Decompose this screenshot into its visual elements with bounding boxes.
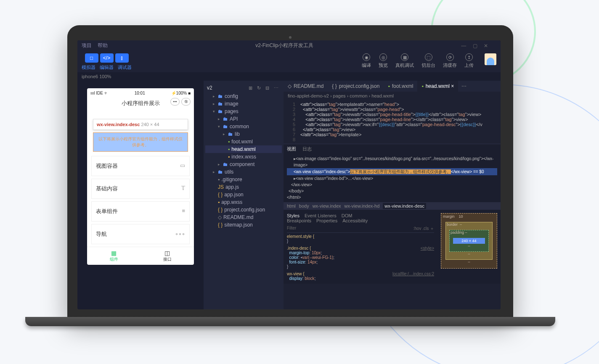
styles-filter[interactable]: Filter xyxy=(287,226,296,232)
tree-item-app-js[interactable]: JS app.js xyxy=(205,183,282,191)
file-explorer: v2 ⊞ ↻ ⊟ ⋯ ▸🖿 config▸🖿 image▾🖿 pages▸🖿 A… xyxy=(204,81,284,309)
mode-debugger-label: 调试器 xyxy=(118,64,132,71)
phone-page-title: 小程序组件展示 xyxy=(122,100,160,106)
list-icon: ≡ xyxy=(182,208,185,215)
phone-preview: ıııl IDE ᯤ 10:01 ⚡100% ■ 小程序组件展示 ••• ⦿ w… xyxy=(87,88,194,265)
editor-tabs: ◇ README.md{ } project.config.json▪ foot… xyxy=(284,81,501,92)
tree-item-foot-wxml[interactable]: ▪ foot.wxml xyxy=(205,138,282,145)
action-preview[interactable]: ◎预览 xyxy=(379,53,388,69)
dom-node[interactable]: ▸<wx-image class="index-logo" src="../re… xyxy=(287,156,497,168)
tree-item--gitignore[interactable]: ▪ .gitignore xyxy=(205,176,282,183)
inspector-tab-view[interactable]: 视图 xyxy=(287,146,296,151)
camera-dot xyxy=(289,36,292,39)
tabs-overflow[interactable]: ⋯ xyxy=(458,83,470,89)
menu-item-form[interactable]: 表单组件≡ xyxy=(91,201,190,222)
highlighted-element[interactable]: 以下将展示小程序官方组件能力，组件样式仅供参考。 xyxy=(93,132,188,152)
mode-simulator-label: 模拟器 xyxy=(82,64,95,71)
dots-icon: ∘∘∘ xyxy=(175,230,185,238)
styles-hov-cls[interactable]: :hov .cls ＋ xyxy=(413,226,434,232)
dom-node: </html> xyxy=(287,194,497,200)
tree-item-index-wxss[interactable]: ▪ index.wxss xyxy=(205,153,282,161)
action-clear-cache[interactable]: ⟳清缓存 xyxy=(443,53,457,69)
tree-item-pages[interactable]: ▾🖿 pages xyxy=(205,108,282,115)
tree-item-image[interactable]: ▸🖿 image xyxy=(205,100,282,108)
dom-crumb[interactable]: wx-view.index-desc xyxy=(383,203,426,209)
tree-item-API[interactable]: ▸🖿 API xyxy=(205,115,282,123)
laptop-frame: 项目 帮助 v2-FinClip小程序开发工具 — ▢ ✕ □ </> ⫿ 模拟… xyxy=(67,25,513,326)
text-icon: 𝕋 xyxy=(181,185,185,193)
styles-tab-styles[interactable]: Styles xyxy=(287,213,300,218)
dom-crumb[interactable]: wx-view.index xyxy=(313,203,341,208)
tree-item-app-json[interactable]: { } app.json xyxy=(205,191,282,198)
dom-node-selected[interactable]: <wx-view class="index-desc">以下将展示小程序官方组件… xyxy=(287,168,497,175)
tree-item-README-md[interactable]: ◇ README.md xyxy=(205,214,282,221)
device-status: iphone6 100% xyxy=(77,72,501,81)
tree-item-common[interactable]: ▾🖿 common xyxy=(205,123,282,130)
menubar: 项目 帮助 v2-FinClip小程序开发工具 — ▢ ✕ xyxy=(77,40,501,51)
menu-item-view-container[interactable]: 视图容器▭ xyxy=(91,156,190,176)
tree-item-utils[interactable]: ▸🖿 utils xyxy=(205,168,282,176)
dom-crumb[interactable]: body xyxy=(299,203,309,208)
style-rule-index-desc[interactable]: <style>.index-desc { margin-top: 10px; c… xyxy=(287,245,434,270)
styles-tabs: StylesEvent ListenersDOM BreakpointsProp… xyxy=(287,211,434,225)
breadcrumbs[interactable]: fino-applet-demo-v2 › pages › common › h… xyxy=(284,92,501,100)
tree-item-sitemap-json[interactable]: { } sitemap.json xyxy=(205,221,282,229)
dom-node: </body> xyxy=(287,188,497,194)
action-compile[interactable]: ◉编译 xyxy=(362,53,371,69)
editor-tab-README-md[interactable]: ◇ README.md xyxy=(284,81,328,92)
tree-item-head-wxml[interactable]: ▪ head.wxml xyxy=(205,145,282,153)
capsule-close-icon[interactable]: ⦿ xyxy=(181,98,191,106)
inspect-tooltip: wx-view.index-desc 240 × 44 xyxy=(93,119,188,130)
dom-node[interactable]: ▸<wx-view class="index-bd">…</wx-view> xyxy=(287,175,497,182)
grid-icon: ▦ xyxy=(87,250,140,256)
user-avatar[interactable] xyxy=(485,53,496,65)
menu-item-basic-content[interactable]: 基础内容𝕋 xyxy=(91,179,190,199)
inspector-panel: 视图 日志 ▸<wx-image class="index-logo" src=… xyxy=(284,144,501,284)
dom-breadcrumbs[interactable]: htmlbodywx-view.indexwx-view.index-hdwx-… xyxy=(284,202,501,210)
styles-tab-event-listeners[interactable]: Event Listeners xyxy=(305,213,337,218)
phone-tab-api[interactable]: ◫接口 xyxy=(140,247,194,265)
inspector-tab-log[interactable]: 日志 xyxy=(302,146,312,151)
window-controls[interactable]: — ▢ ✕ xyxy=(461,43,490,49)
styles-tab-properties[interactable]: Properties xyxy=(316,218,337,223)
tree-item-component[interactable]: ▸🖿 component xyxy=(205,161,282,168)
menu-item-navigation[interactable]: 导航∘∘∘ xyxy=(91,224,190,244)
style-rule-wx-view[interactable]: localfile:/…index.css:2wx-view { display… xyxy=(287,270,434,282)
menu-project[interactable]: 项目 xyxy=(82,42,92,49)
phone-battery: ⚡100% ■ xyxy=(171,91,191,95)
dom-node: </wx-view> xyxy=(287,182,497,188)
laptop-base xyxy=(25,317,555,326)
mode-debugger-button[interactable]: ⫿ xyxy=(115,53,129,63)
editor-panel: ◇ README.md{ } project.config.json▪ foot… xyxy=(284,81,501,309)
toolbar: □ </> ⫿ 模拟器 编辑器 调试器 ◉编译 ◎预览 ▦真机调试 ⬚切后台 ⟳… xyxy=(77,51,501,72)
styles-tab-accessibility[interactable]: Accessibility xyxy=(342,218,368,223)
box-model: margin 10 border – padding – 240 × 44 – … xyxy=(437,210,501,284)
mode-simulator-button[interactable]: □ xyxy=(85,53,98,63)
cube-icon: ◫ xyxy=(140,250,194,256)
menu-help[interactable]: 帮助 xyxy=(98,42,108,49)
dom-crumb[interactable]: wx-view.index-hd xyxy=(345,203,380,208)
editor-tab-project-config-json[interactable]: { } project.config.json xyxy=(328,81,384,92)
tree-item-config[interactable]: ▸🖿 config xyxy=(205,92,282,100)
code-editor[interactable]: 1<attr">class="tag">template attr">name=… xyxy=(284,100,501,144)
style-rule-element[interactable]: element.style {} xyxy=(287,233,434,245)
tree-item-project-config-json[interactable]: { } project.config.json xyxy=(205,206,282,214)
capsule-more-icon[interactable]: ••• xyxy=(170,98,180,106)
tree-item-app-wxss[interactable]: ▪ app.wxss xyxy=(205,198,282,206)
explorer-actions[interactable]: ⊞ ↻ ⊟ ⋯ xyxy=(249,85,280,91)
window-title: v2-FinClip小程序开发工具 xyxy=(114,42,455,49)
dom-crumb[interactable]: html xyxy=(287,203,296,208)
tree-item-lib[interactable]: ▸🖿 lib xyxy=(205,130,282,138)
phone-time: 10:01 xyxy=(135,91,145,95)
simulator-panel: ıııl IDE ᯤ 10:01 ⚡100% ■ 小程序组件展示 ••• ⦿ w… xyxy=(77,81,204,309)
action-upload[interactable]: ↥上传 xyxy=(464,53,474,69)
action-remote-debug[interactable]: ▦真机调试 xyxy=(395,53,414,69)
dom-tree[interactable]: ▸<wx-image class="index-logo" src="../re… xyxy=(284,154,501,202)
editor-tab-foot-wxml[interactable]: ▪ foot.wxml xyxy=(384,81,417,92)
action-background[interactable]: ⬚切后台 xyxy=(421,53,435,69)
mode-editor-button[interactable]: </> xyxy=(100,53,114,63)
tree-root[interactable]: v2 xyxy=(207,85,212,91)
mode-editor-label: 编辑器 xyxy=(100,64,114,71)
phone-tab-components[interactable]: ▦组件 xyxy=(87,247,140,265)
editor-tab-head-wxml[interactable]: ▪ head.wxml × xyxy=(417,81,458,92)
